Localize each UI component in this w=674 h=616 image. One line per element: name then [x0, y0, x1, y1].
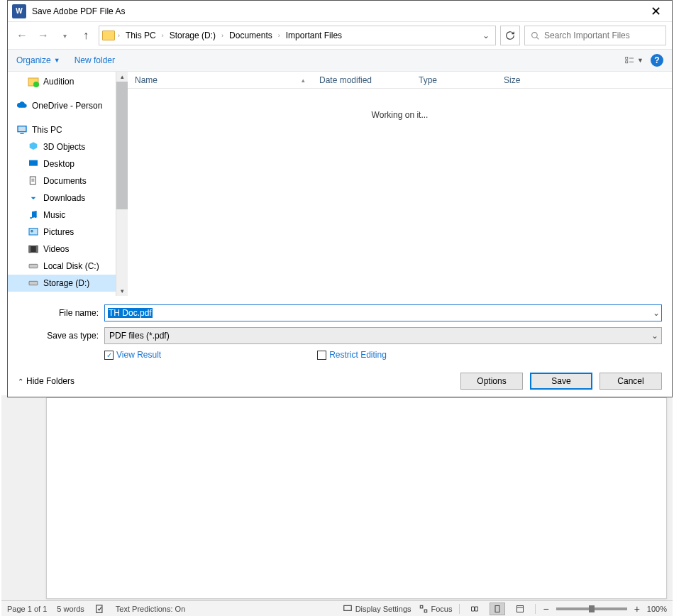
- sidebar-item-videos[interactable]: Videos: [8, 241, 116, 258]
- document-icon: [28, 175, 39, 187]
- sidebar-item-pictures[interactable]: Pictures: [8, 224, 116, 241]
- sidebar-item-storage[interactable]: Storage (D:): [8, 275, 116, 292]
- web-layout-button[interactable]: [512, 603, 528, 615]
- restrict-editing-checkbox[interactable]: Restrict Editing: [317, 350, 387, 360]
- svg-rect-23: [343, 605, 351, 610]
- chevron-up-icon: ⌃: [18, 378, 23, 385]
- sidebar-item-label: Pictures: [43, 227, 74, 237]
- svg-rect-26: [495, 605, 499, 612]
- column-type[interactable]: Type: [411, 75, 497, 85]
- loading-text: Working on it...: [372, 110, 429, 120]
- svg-rect-22: [96, 605, 102, 612]
- svg-point-13: [30, 217, 32, 219]
- organize-button[interactable]: Organize ▼: [16, 55, 60, 65]
- sidebar-item-label: Music: [43, 210, 65, 220]
- bottom-panel: File name: TH Doc.pdf ⌄ Save as type: PD…: [8, 296, 672, 397]
- folder-icon: [102, 31, 115, 40]
- address-dropdown[interactable]: ⌄: [480, 31, 492, 40]
- sidebar-item-desktop[interactable]: Desktop: [8, 155, 116, 172]
- chevron-right-icon: ›: [162, 32, 164, 39]
- toolbar: Organize ▼ New folder ▼ ?: [8, 49, 672, 72]
- nav-bar: ← → ▾ ↑ › This PC › Storage (D:) › Docum…: [8, 22, 672, 49]
- folder-icon: [28, 76, 39, 87]
- breadcrumb[interactable]: Important Files: [283, 31, 345, 40]
- print-layout-button[interactable]: [490, 603, 505, 615]
- hide-folders-button[interactable]: ⌃ Hide Folders: [18, 376, 74, 386]
- savetype-label: Save as type:: [18, 331, 104, 341]
- chevron-down-icon: ⌄: [651, 331, 658, 341]
- column-name[interactable]: Name▴: [128, 75, 312, 85]
- column-size[interactable]: Size: [497, 75, 553, 85]
- svg-rect-27: [517, 605, 524, 612]
- scroll-up-icon[interactable]: ▴: [116, 72, 128, 82]
- sidebar-item-documents[interactable]: Documents: [8, 172, 116, 189]
- checkbox-unchecked-icon: [317, 351, 326, 360]
- filename-input[interactable]: TH Doc.pdf ⌄: [104, 304, 662, 321]
- sidebar-item-label: Audition: [43, 77, 74, 87]
- svg-rect-3: [626, 61, 628, 63]
- up-button[interactable]: ↑: [77, 27, 94, 44]
- breadcrumb[interactable]: Storage (D:): [167, 31, 219, 40]
- sidebar-item-3dobjects[interactable]: 3D Objects: [8, 138, 116, 155]
- sidebar-item-label: OneDrive - Person: [32, 101, 102, 111]
- text-predictions[interactable]: Text Predictions: On: [116, 605, 185, 613]
- cancel-button[interactable]: Cancel: [600, 373, 662, 390]
- refresh-button[interactable]: [500, 26, 520, 45]
- view-result-checkbox[interactable]: ✓ View Result: [104, 350, 161, 360]
- filename-dropdown[interactable]: ⌄: [653, 308, 660, 318]
- sidebar-item-onedrive[interactable]: OneDrive - Person: [8, 97, 116, 114]
- svg-rect-7: [18, 126, 26, 132]
- sidebar-scrollbar[interactable]: ▴ ▾: [116, 72, 128, 296]
- disk-icon: [28, 260, 39, 272]
- breadcrumb[interactable]: Documents: [226, 31, 275, 40]
- music-icon: [28, 209, 39, 221]
- svg-point-14: [35, 216, 37, 218]
- scroll-thumb[interactable]: [116, 82, 128, 209]
- sidebar-item-thispc[interactable]: This PC: [8, 121, 116, 138]
- focus-button[interactable]: Focus: [419, 604, 453, 614]
- zoom-out-button[interactable]: −: [543, 603, 548, 615]
- cloud-icon: [16, 100, 28, 111]
- sidebar-item-downloads[interactable]: Downloads: [8, 189, 116, 207]
- chevron-right-icon: ›: [278, 32, 280, 39]
- word-count[interactable]: 5 words: [57, 605, 84, 613]
- file-list: Name▴ Date modified Type Size Working on…: [128, 72, 672, 296]
- read-mode-button[interactable]: [467, 603, 482, 615]
- options-button[interactable]: Options: [460, 373, 523, 390]
- close-button[interactable]: ✕: [639, 1, 672, 22]
- svg-point-16: [31, 230, 33, 232]
- sidebar-item-label: Videos: [43, 244, 69, 254]
- zoom-slider[interactable]: [556, 607, 627, 610]
- search-input[interactable]: [544, 31, 660, 40]
- svg-line-1: [536, 37, 538, 39]
- sidebar-item-audition[interactable]: Audition: [8, 73, 116, 90]
- svg-rect-21: [29, 281, 38, 285]
- zoom-level[interactable]: 100%: [647, 605, 667, 613]
- svg-rect-9: [29, 160, 38, 166]
- sidebar-item-label: Downloads: [43, 193, 85, 203]
- breadcrumb[interactable]: This PC: [123, 31, 159, 40]
- help-button[interactable]: ?: [651, 54, 663, 67]
- zoom-in-button[interactable]: +: [634, 603, 640, 615]
- sidebar-item-music[interactable]: Music: [8, 207, 116, 224]
- svg-point-0: [532, 32, 538, 38]
- savetype-select[interactable]: PDF files (*.pdf) ⌄: [104, 327, 662, 344]
- address-bar[interactable]: › This PC › Storage (D:) › Documents › I…: [99, 26, 496, 45]
- sidebar-item-localdisk[interactable]: Local Disk (C:): [8, 258, 116, 275]
- svg-rect-2: [626, 57, 628, 59]
- svg-rect-19: [36, 246, 38, 252]
- spellcheck-icon[interactable]: [94, 604, 106, 614]
- sidebar-item-label: Storage (D:): [43, 278, 89, 288]
- column-date[interactable]: Date modified: [312, 75, 411, 85]
- chevron-down-icon[interactable]: ▾: [56, 27, 73, 44]
- scroll-down-icon[interactable]: ▾: [116, 286, 128, 296]
- sidebar: Audition OneDrive - Person This PC 3D Ob…: [8, 72, 116, 296]
- new-folder-button[interactable]: New folder: [74, 55, 115, 65]
- view-options-button[interactable]: ▼: [625, 53, 643, 68]
- back-button[interactable]: ←: [13, 27, 31, 44]
- search-box[interactable]: [524, 26, 666, 45]
- picture-icon: [28, 226, 39, 238]
- display-settings-button[interactable]: Display Settings: [343, 604, 411, 614]
- page-indicator[interactable]: Page 1 of 1: [7, 605, 47, 613]
- save-button[interactable]: Save: [530, 373, 592, 390]
